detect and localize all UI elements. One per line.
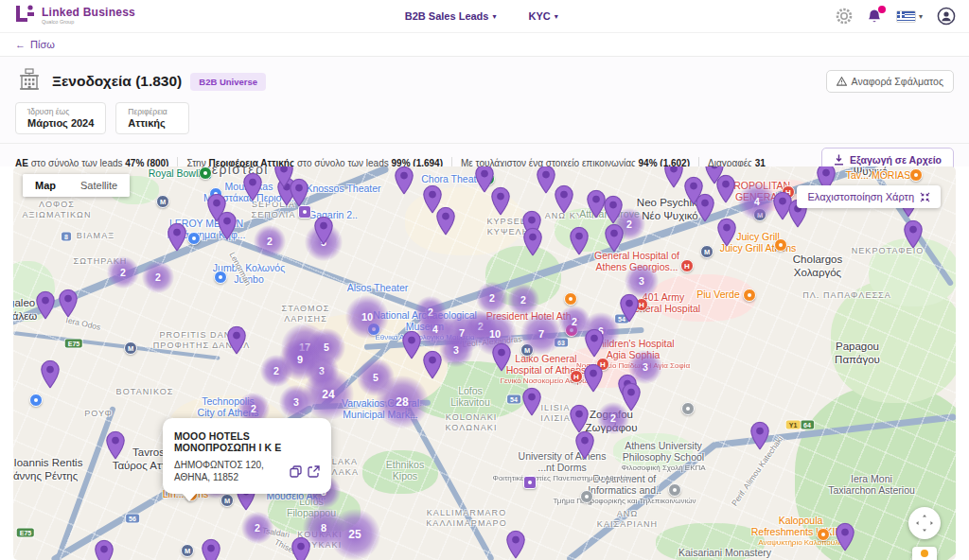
map-pin[interactable] [664,166,683,188]
map-pin[interactable] [243,173,262,201]
map-pin[interactable] [522,388,541,416]
metro-poi-icon[interactable] [124,341,137,355]
map-pin[interactable] [167,223,186,252]
filter-label: Ίδρυση έως [27,107,94,116]
map-pin[interactable] [584,364,603,393]
map-pin[interactable] [202,539,220,560]
map-pin[interactable] [436,207,455,236]
map-pin[interactable] [395,166,414,195]
filter-chip-1[interactable]: ΠεριφέρειαΑττικής [115,102,189,134]
blue-poi-icon[interactable] [214,271,227,284]
map-pin[interactable] [620,294,639,323]
rail-poi-icon[interactable] [681,402,695,415]
psq-poi-icon[interactable] [298,205,311,219]
map-pin[interactable] [314,217,333,245]
account-icon[interactable] [937,7,956,26]
map-cluster[interactable]: 2 [260,355,292,387]
map-cluster[interactable]: 4 [738,183,776,220]
map-pin[interactable] [423,351,442,379]
map-cluster[interactable]: 3 [439,333,473,367]
orange-poi-icon[interactable] [564,292,577,306]
metro-poi-icon[interactable] [700,245,714,258]
nav-b2b-sales-leads[interactable]: B2B Sales Leads ▾ [405,10,497,22]
blue-poi-icon[interactable] [29,394,43,407]
report-error-button[interactable]: Αναφορά Σφάλματος [826,70,954,93]
map-cluster[interactable]: 2 [476,282,508,314]
map-cluster[interactable]: 10 [345,295,389,339]
back-link[interactable]: ← Πίσω [15,39,55,50]
green-poi-icon[interactable] [199,166,212,180]
map-pin[interactable] [36,291,55,320]
map-pin[interactable] [904,220,923,249]
map-cluster[interactable]: 2 [507,284,539,316]
map-pin[interactable] [106,431,125,460]
map-pin[interactable] [575,431,594,460]
map-pin[interactable] [291,537,310,560]
map-pin[interactable] [604,196,623,224]
map-pin[interactable] [41,360,60,389]
map-canvas[interactable]: ΠεριστέριΛΟΦΟΣΑΞΙΩΜΑΤΙΚΩΝΒΙΑΜΑΞΣΩΤΗΡΑΚΗS… [13,166,956,560]
map-pin[interactable] [585,329,604,358]
pegman-control[interactable] [912,547,937,560]
filter-chip-0[interactable]: Ίδρυση έωςΜάρτιος 2024 [15,102,106,134]
map-pin[interactable] [836,523,854,551]
map-pin[interactable] [227,326,246,355]
rail-poi-icon[interactable] [580,490,593,503]
map-cluster[interactable]: 2 [254,225,286,257]
map-pin[interactable] [59,289,78,318]
metro-poi-icon[interactable] [156,195,169,208]
map-pin[interactable] [587,190,606,219]
orange-poi-icon[interactable] [817,528,830,541]
psq-poi-icon[interactable] [523,476,537,489]
notifications-bell-icon[interactable] [867,9,882,25]
map-cluster[interactable]: 2 [142,261,174,293]
map-pin[interactable] [537,166,555,194]
map-pin[interactable] [555,185,573,214]
map-pin[interactable] [523,228,542,256]
map-cluster[interactable]: 7 [520,313,562,355]
hosp-poi-icon[interactable] [680,259,694,272]
copy-icon[interactable] [290,465,302,478]
language-selector[interactable]: ▾ [896,10,923,23]
road-badge: Y1 [786,421,801,429]
open-external-icon[interactable] [308,465,320,478]
app-root: Linked Business Qualco Group B2B Sales L… [0,0,969,560]
map-cluster[interactable]: 3 [625,264,659,298]
map-pin[interactable] [492,343,511,372]
map-cluster[interactable]: 2 [107,256,139,289]
map-pin[interactable] [95,540,114,560]
map-pin[interactable] [218,212,237,240]
map-pin[interactable] [622,383,641,411]
map-cluster[interactable]: 3 [279,385,313,419]
map-pin[interactable] [570,227,589,255]
satellite-button[interactable]: Satellite [68,174,130,197]
blue-poi-icon[interactable] [187,232,201,245]
map-pin[interactable] [605,224,624,253]
map-pin[interactable] [716,175,735,203]
map-pin[interactable] [402,331,421,359]
map-pin[interactable] [506,531,525,559]
orange-poi-icon[interactable] [743,289,756,302]
info-window-tail [182,493,197,501]
map-cluster[interactable]: 2 [241,512,273,544]
logo[interactable]: Linked Business Qualco Group [13,3,250,29]
map-cluster[interactable]: 28 [376,376,429,429]
map-pin[interactable] [717,219,736,247]
map-button[interactable]: Map [23,174,68,197]
orange-poi-icon[interactable] [774,238,787,252]
map-pin[interactable] [290,179,308,207]
rail-poi-icon[interactable] [668,483,681,497]
nav-kyc[interactable]: KYC ▾ [528,10,557,22]
hosp-poi-icon[interactable] [570,370,583,383]
map-pin[interactable] [696,194,714,222]
map-pin[interactable] [750,422,769,450]
map-pin[interactable] [570,405,589,433]
metro-poi-icon[interactable] [181,544,194,557]
pan-control[interactable] [908,507,941,539]
logo-title: Linked Business [42,7,135,18]
orange-poi-icon[interactable] [909,168,923,182]
logo-icon [13,3,36,29]
gear-icon[interactable] [836,8,853,25]
minimize-map-button[interactable]: Ελαχιστοποίηση Χάρτη [797,185,941,208]
map-pin[interactable] [491,187,510,216]
